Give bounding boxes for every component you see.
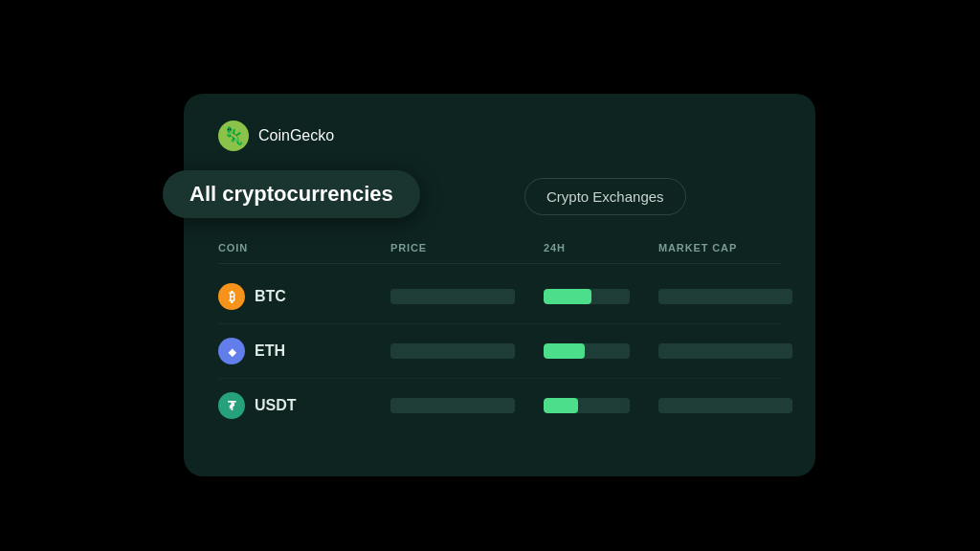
- 24h-bar-btc: [544, 289, 630, 304]
- price-bar-fill-eth: [390, 343, 515, 359]
- tab-crypto-exchanges[interactable]: Crypto Exchanges: [524, 178, 686, 215]
- coin-cell-btc: ₿ BTC: [218, 283, 390, 310]
- mcap-bar-usdt: [658, 398, 792, 413]
- 24h-bar-eth: [544, 343, 630, 359]
- table-row[interactable]: ⬥ ETH: [218, 324, 781, 379]
- eth-icon: ⬥: [218, 338, 245, 364]
- mcap-bar-fill-eth: [658, 343, 792, 359]
- price-bar-fill-usdt: [390, 398, 515, 413]
- mcap-bar-eth: [658, 343, 792, 359]
- price-bar-btc: [390, 289, 515, 304]
- table-row[interactable]: ₿ BTC: [218, 270, 781, 324]
- app-header: 🦎 CoinGecko: [218, 121, 781, 151]
- coin-name-eth: ETH: [255, 342, 285, 360]
- col-coin: COIN: [218, 242, 390, 253]
- col-24h: 24H: [544, 242, 658, 253]
- mcap-bar-btc: [658, 289, 792, 304]
- coin-name-usdt: USDT: [255, 397, 297, 414]
- mcap-bar-fill-btc: [658, 289, 792, 304]
- coin-cell-eth: ⬥ ETH: [218, 338, 390, 364]
- coin-cell-usdt: ₮ USDT: [218, 392, 390, 419]
- table-header: COIN PRICE 24H MARKET CAP: [218, 242, 781, 264]
- table-row[interactable]: ₮ USDT: [218, 379, 781, 432]
- mcap-bar-fill-usdt: [658, 398, 792, 413]
- col-price: PRICE: [390, 242, 544, 253]
- price-bar-usdt: [390, 398, 515, 413]
- 24h-bar-fill-usdt: [544, 398, 578, 413]
- card-wrapper: 🦎 CoinGecko All cryptocurrencies Crypto …: [165, 75, 815, 476]
- price-bar-eth: [390, 343, 515, 359]
- logo-text: CoinGecko: [258, 127, 334, 144]
- 24h-bar-fill-btc: [544, 289, 591, 304]
- coin-name-btc: BTC: [255, 288, 286, 305]
- logo-icon: 🦎: [218, 121, 249, 151]
- usdt-icon: ₮: [218, 392, 245, 419]
- price-bar-fill-btc: [390, 289, 515, 304]
- col-mcap: MARKET CAP: [658, 242, 812, 253]
- 24h-bar-usdt: [544, 398, 630, 413]
- 24h-bar-fill-eth: [544, 343, 585, 359]
- main-card: 🦎 CoinGecko All cryptocurrencies Crypto …: [184, 94, 815, 476]
- btc-icon: ₿: [218, 283, 245, 310]
- tab-all-crypto[interactable]: All cryptocurrencies: [163, 170, 420, 218]
- tabs-row: All cryptocurrencies Crypto Exchanges: [218, 178, 781, 215]
